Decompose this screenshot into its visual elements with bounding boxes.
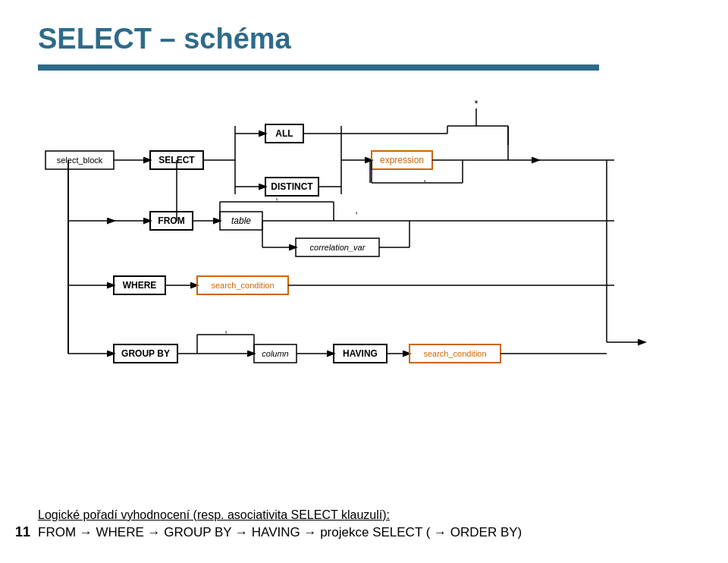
bottom-text: Logické pořadí vyhodnocení (resp. asocia…	[38, 508, 705, 540]
search-condition2-label: search_condition	[423, 349, 486, 358]
table-label: table	[231, 215, 251, 226]
decorative-bar	[38, 64, 599, 71]
evaluation-order-label: Logické pořadí vyhodnocení (resp. asocia…	[38, 508, 705, 522]
comma3-label: ,	[275, 191, 278, 202]
all-label: ALL	[275, 128, 293, 139]
slide: SELECT – schéma select_block SELECT	[0, 0, 728, 563]
star-label: *	[474, 98, 478, 109]
groupby-label: GROUP BY	[121, 348, 170, 359]
from-label: FROM	[158, 215, 184, 226]
having-label: HAVING	[343, 348, 378, 359]
expression-label: expression	[380, 155, 424, 165]
comma1-label: ,	[423, 172, 426, 184]
correlation-var-label: correlation_var	[310, 243, 366, 252]
slide-number: 11	[8, 524, 38, 540]
where-label: WHERE	[123, 280, 157, 291]
evaluation-order-detail: FROM → WHERE → GROUP BY → HAVING → proje…	[38, 525, 705, 540]
comma4-label: ,	[224, 323, 228, 335]
syntax-diagram: select_block SELECT ALL DISTINCT	[38, 84, 690, 380]
slide-title: SELECT – schéma	[38, 23, 690, 55]
select-block-label: select_block	[57, 156, 103, 165]
search-condition1-label: search_condition	[211, 281, 274, 290]
comma2-label: ,	[355, 204, 358, 215]
diagram-area: select_block SELECT ALL DISTINCT	[38, 84, 690, 383]
column-label: column	[262, 349, 288, 358]
distinct-label: DISTINCT	[271, 181, 313, 192]
